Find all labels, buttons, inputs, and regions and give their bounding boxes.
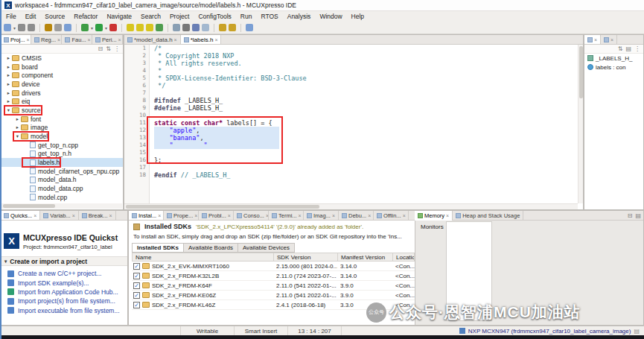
column-header-sdk-version[interactable]: SDK Version: [274, 253, 338, 261]
close-icon[interactable]: ×: [72, 213, 75, 218]
tree-item[interactable]: model.cpp: [1, 193, 123, 202]
tab-variables[interactable]: Variab... ×: [40, 211, 78, 220]
new-icon[interactable]: [4, 24, 11, 31]
scrollbar-thumb[interactable]: [579, 46, 583, 98]
close-icon[interactable]: ×: [403, 213, 406, 218]
table-row[interactable]: ✓SDK_2.x_FRDM-KE06Z 2.11.0 (541 2022-01-…: [132, 291, 415, 300]
caret-icon[interactable]: ▸: [5, 64, 12, 70]
terminate-icon[interactable]: [109, 24, 117, 31]
code-area[interactable]: 1/* 2 * Copyright 2018 NXP 3 * All right…: [124, 45, 578, 203]
explorer-horizontal-scrollbar[interactable]: [1, 203, 122, 209]
tree-item[interactable]: model_data.cpp: [1, 184, 123, 193]
close-icon[interactable]: ×: [57, 37, 60, 42]
close-icon[interactable]: ×: [299, 213, 302, 218]
menu-refactor[interactable]: Refactor: [74, 13, 98, 20]
debug-dropdown-caret-icon[interactable]: ▾: [91, 25, 93, 31]
step-return-icon[interactable]: [146, 24, 153, 31]
tree-item[interactable]: ▸font: [1, 115, 123, 124]
tree-item[interactable]: ▸board: [1, 63, 123, 72]
tab-peripherals[interactable]: Peri... ×: [92, 35, 123, 44]
filter-icon[interactable]: ▤: [625, 45, 631, 52]
column-header-manifest-version[interactable]: Manifest Version: [338, 253, 393, 261]
caret-icon[interactable]: ▾: [14, 133, 21, 139]
view-menu-icon[interactable]: ⋮: [634, 45, 640, 52]
save-all-icon[interactable]: [28, 24, 35, 31]
link-import-project[interactable]: Import project(s) from file system...: [1, 297, 127, 305]
search-icon[interactable]: [182, 24, 190, 31]
collapse-all-icon[interactable]: ⊟: [98, 45, 103, 52]
step-over-icon[interactable]: [136, 24, 144, 31]
menu-source[interactable]: Source: [45, 13, 65, 20]
close-icon[interactable]: ×: [194, 213, 197, 218]
link-with-editor-icon[interactable]: ⇅: [106, 45, 111, 52]
menu-analysis[interactable]: Analysis: [287, 13, 311, 20]
tree-item[interactable]: get_top_n.h: [1, 150, 123, 159]
clean-icon[interactable]: [54, 24, 62, 31]
mark-occurrences-icon[interactable]: [192, 24, 200, 31]
close-icon[interactable]: ×: [27, 37, 30, 42]
subtab-installed-sdks[interactable]: Installed SDKs: [132, 243, 183, 253]
checkbox-checked[interactable]: ✓: [133, 263, 140, 270]
caret-icon[interactable]: ▸: [14, 124, 21, 130]
back-icon[interactable]: [219, 24, 226, 31]
column-header-location[interactable]: Locatio...: [393, 253, 414, 261]
tree-item[interactable]: get_top_n.cpp: [1, 141, 123, 150]
caret-icon[interactable]: ▸: [5, 81, 12, 87]
minimize-icon[interactable]: ⊟: [628, 212, 633, 219]
tab-console[interactable]: Conso...×: [234, 211, 269, 220]
checkbox-checked[interactable]: ✓: [133, 282, 140, 289]
profile-icon[interactable]: [173, 24, 180, 31]
close-icon[interactable]: ×: [228, 213, 231, 218]
menu-navigate[interactable]: Navigate: [106, 13, 132, 20]
table-row[interactable]: ✓SDK_2.x_FRDM-K32L2B 2.11.0 (724 2023-07…: [132, 271, 415, 281]
save-icon[interactable]: [18, 24, 25, 31]
tree-item-model[interactable]: ▾model: [1, 132, 123, 141]
close-icon[interactable]: ×: [610, 37, 613, 42]
run-dropdown-caret-icon[interactable]: ▾: [105, 25, 107, 31]
checkbox-checked[interactable]: ✓: [133, 273, 140, 279]
run-icon[interactable]: [95, 24, 103, 31]
tree-item[interactable]: ▸device: [1, 80, 123, 89]
tab-build-targets[interactable]: ×: [601, 35, 617, 44]
editor-horizontal-scrollbar[interactable]: [124, 203, 578, 209]
view-menu-icon[interactable]: ⋮: [114, 45, 120, 52]
tab-faults[interactable]: Fau... ×: [62, 35, 92, 44]
editor-vertical-scrollbar[interactable]: [578, 45, 583, 203]
tree-item[interactable]: ▸component: [1, 71, 123, 80]
sort-icon[interactable]: ⇅: [618, 45, 623, 52]
checkbox-checked[interactable]: ✓: [133, 302, 140, 308]
menu-run[interactable]: Run: [240, 13, 252, 20]
menu-configtools[interactable]: ConfigTools: [198, 13, 231, 20]
tree-item[interactable]: ▸image: [1, 124, 123, 133]
outline-item-define[interactable]: _LABELS_H_: [584, 54, 643, 63]
quickstart-section-header[interactable]: ▾ Create or import a project: [1, 256, 127, 266]
step-into-icon[interactable]: [127, 24, 134, 31]
link-import-executable[interactable]: Import executable from file system...: [1, 306, 127, 315]
close-icon[interactable]: ×: [368, 213, 371, 218]
subtab-available-devices[interactable]: Available Devices: [237, 243, 295, 253]
caret-icon[interactable]: ▸: [5, 90, 12, 96]
tab-offline-peripherals[interactable]: Offlin...×: [374, 211, 409, 220]
tree-item[interactable]: ▸eiq: [1, 97, 123, 106]
close-icon[interactable]: ×: [594, 37, 597, 42]
close-icon[interactable]: ×: [34, 213, 36, 218]
restart-icon[interactable]: [156, 24, 163, 31]
sdk-status-message[interactable]: 'SDK_2.x_LPCXpresso54114' '(2.9.0)' alre…: [196, 224, 363, 230]
perspective-icon[interactable]: [246, 24, 253, 31]
target-label[interactable]: NXP MCXN947 (frdmmcxn947_cifar10_label_c…: [468, 328, 631, 335]
link-new-project[interactable]: Create a new C/C++ project...: [1, 269, 127, 278]
caret-icon[interactable]: ▾: [5, 107, 12, 113]
scrollbar-thumb[interactable]: [3, 204, 55, 208]
close-icon[interactable]: ×: [88, 37, 91, 42]
debug-icon[interactable]: [81, 24, 89, 31]
build-icon[interactable]: [45, 24, 52, 31]
menu-window[interactable]: Window: [319, 13, 342, 20]
tab-properties[interactable]: Prope...×: [164, 211, 199, 220]
checkbox-checked[interactable]: ✓: [133, 292, 140, 299]
close-icon[interactable]: ×: [118, 37, 121, 42]
menu-file[interactable]: File: [6, 13, 16, 20]
tab-quickstart[interactable]: Quicks... ×: [1, 211, 40, 220]
tab-memory[interactable]: Memory×: [415, 211, 453, 221]
tab-debugger-console[interactable]: Debu...×: [339, 211, 374, 220]
tree-item[interactable]: ▸CMSIS: [1, 54, 123, 63]
